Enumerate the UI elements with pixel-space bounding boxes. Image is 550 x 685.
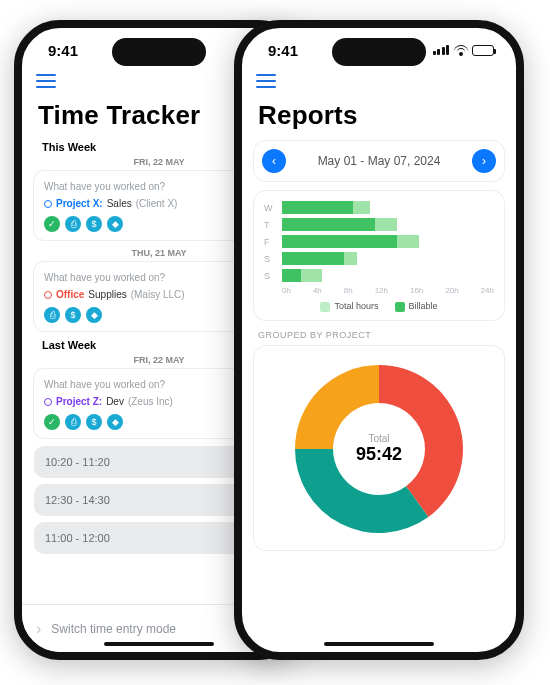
bar-billable-seg <box>282 252 344 265</box>
battery-icon <box>472 45 494 56</box>
date-range-nav: ‹ May 01 - May 07, 2024 › <box>254 141 504 181</box>
client-name: (Maisy LLC) <box>131 289 185 300</box>
money-icon[interactable]: $ <box>86 216 102 232</box>
donut-total-value: 95:42 <box>356 444 402 465</box>
bar-billable-seg <box>282 235 397 248</box>
task-name: Sales <box>107 198 132 209</box>
next-range-button[interactable]: › <box>472 149 496 173</box>
hours-bar-chart: WTFSS 0h4h8h12h16h20h24h Total hours Bil… <box>254 191 504 320</box>
tag-icon[interactable]: ◆ <box>107 414 123 430</box>
bar-row: T <box>264 218 494 231</box>
project-name: Project X: <box>56 198 103 209</box>
check-icon[interactable]: ✓ <box>44 414 60 430</box>
tag-icon[interactable]: ◆ <box>86 307 102 323</box>
task-name: Dev <box>106 396 124 407</box>
money-icon[interactable]: $ <box>65 307 81 323</box>
home-indicator <box>104 642 214 646</box>
legend-total-swatch <box>320 302 330 312</box>
bar-day-label: W <box>264 203 276 213</box>
project-color-dot <box>44 398 52 406</box>
switch-mode-label: Switch time entry mode <box>51 622 176 636</box>
money-icon[interactable]: $ <box>86 414 102 430</box>
bar-day-label: F <box>264 237 276 247</box>
phone-right: 9:41 Reports ‹ May 01 - May 07, 2024 › W… <box>234 20 524 660</box>
tag-icon[interactable]: ◆ <box>107 216 123 232</box>
legend-billable-swatch <box>395 302 405 312</box>
client-name: (Zeus Inc) <box>128 396 173 407</box>
chart-legend: Total hours Billable <box>264 301 494 312</box>
page-title: Reports <box>258 100 504 131</box>
bar-day-label: S <box>264 254 276 264</box>
project-color-dot <box>44 291 52 299</box>
menu-icon[interactable] <box>256 74 276 88</box>
wifi-icon <box>453 45 468 56</box>
bar-row: W <box>264 201 494 214</box>
prev-range-button[interactable]: ‹ <box>262 149 286 173</box>
date-range-label[interactable]: May 01 - May 07, 2024 <box>286 154 472 168</box>
project-color-dot <box>44 200 52 208</box>
project-name: Project Z: <box>56 396 102 407</box>
bar-billable-seg <box>282 269 301 282</box>
bar-billable-seg <box>282 218 375 231</box>
signal-icon <box>433 45 450 55</box>
legend-total-label: Total hours <box>334 301 378 311</box>
bar-row: S <box>264 252 494 265</box>
task-name: Supplies <box>88 289 126 300</box>
print-icon[interactable]: ⎙ <box>44 307 60 323</box>
home-indicator <box>324 642 434 646</box>
chevron-right-icon: › <box>36 620 41 638</box>
bar-row: F <box>264 235 494 248</box>
print-icon[interactable]: ⎙ <box>65 216 81 232</box>
print-icon[interactable]: ⎙ <box>65 414 81 430</box>
bar-row: S <box>264 269 494 282</box>
menu-icon[interactable] <box>36 74 56 88</box>
notch <box>112 38 206 66</box>
notch <box>332 38 426 66</box>
status-time: 9:41 <box>48 42 78 59</box>
bar-day-label: S <box>264 271 276 281</box>
check-icon[interactable]: ✓ <box>44 216 60 232</box>
legend-billable-label: Billable <box>409 301 438 311</box>
project-name: Office <box>56 289 84 300</box>
client-name: (Client X) <box>136 198 178 209</box>
bar-billable-seg <box>282 201 353 214</box>
donut-total-label: Total <box>356 433 402 444</box>
grouped-by-label: GROUPED BY PROJECT <box>258 330 504 340</box>
bar-day-label: T <box>264 220 276 230</box>
project-donut-chart: Total 95:42 <box>254 346 504 550</box>
status-time: 9:41 <box>268 42 298 59</box>
